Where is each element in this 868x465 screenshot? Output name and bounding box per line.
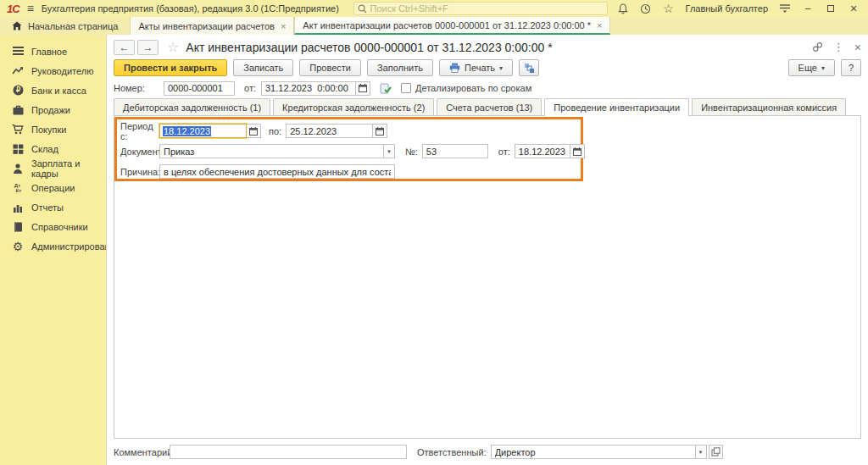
global-search[interactable] [353, 2, 608, 15]
sidebar-item-operations[interactable]: Дт Кт Операции [0, 178, 106, 197]
home-icon [12, 21, 22, 30]
restore-button[interactable] [823, 3, 838, 14]
person-icon [11, 162, 25, 174]
tab-inventory-commission[interactable]: Инвентаризационная комиссия [692, 98, 846, 115]
tab-payables[interactable]: Кредиторская задолженность (2) [273, 98, 434, 115]
sidebar-item-bank-cash[interactable]: ₽ Банк и касса [0, 80, 106, 100]
sidebar-item-purchases[interactable]: Покупки [0, 119, 106, 139]
date-label: от: [244, 83, 256, 93]
tab-inventory-execution[interactable]: Проведение инвентаризации [544, 98, 689, 116]
notifications-bell-icon[interactable] [615, 2, 631, 15]
tab-receivables[interactable]: Дебиторская задолженность (1) [114, 98, 270, 115]
comment-input[interactable] [170, 445, 407, 459]
basis-document-input[interactable] [159, 144, 384, 158]
reason-input[interactable] [159, 164, 395, 179]
structure-links-button[interactable] [519, 59, 539, 76]
restore-icon [827, 5, 834, 12]
current-user-role[interactable]: Главный бухгалтер [686, 3, 768, 14]
sidebar-item-label: Справочники [31, 222, 88, 232]
tab-acts-list[interactable]: Акты инвентаризации расчетов × [130, 17, 294, 35]
related-documents-icon [524, 63, 535, 74]
help-button[interactable]: ? [841, 59, 861, 76]
get-link-icon[interactable] [812, 42, 823, 53]
responsible-input[interactable] [491, 445, 696, 459]
back-button[interactable]: ← [114, 40, 135, 55]
open-responsible-link-icon[interactable] [709, 445, 723, 459]
calendar-icon[interactable] [570, 144, 585, 158]
sidebar-item-warehouse[interactable]: Склад [0, 139, 106, 158]
close-form-icon[interactable]: × [854, 41, 861, 54]
sidebar-item-label: Склад [31, 144, 58, 154]
printer-icon [449, 63, 460, 73]
detail-by-terms-checkbox[interactable] [401, 83, 411, 93]
number-label: Номер: [114, 83, 164, 93]
close-window-button[interactable]: × [846, 2, 861, 15]
minimize-button[interactable]: – [800, 3, 815, 14]
document-date-input[interactable] [261, 81, 356, 96]
sidebar-item-reports[interactable]: Отчеты [0, 197, 106, 217]
basis-document-label: Документ: [120, 147, 159, 157]
chevron-down-icon[interactable]: ▾ [696, 445, 707, 459]
basis-date-label: от: [498, 147, 510, 157]
sidebar-item-manager[interactable]: Руководителю [0, 61, 106, 80]
service-menu-icon[interactable] [777, 2, 793, 15]
print-button-label: Печать [465, 63, 495, 73]
sidebar-item-directories[interactable]: Справочники [0, 217, 106, 236]
post-and-close-button[interactable]: Провести и закрыть [114, 59, 227, 76]
history-icon[interactable] [638, 2, 654, 15]
calendar-icon[interactable] [373, 124, 387, 138]
favorites-star-icon[interactable]: ☆ [661, 2, 676, 15]
chevron-down-icon[interactable]: ▾ [384, 144, 395, 158]
comment-label: Комментарий: [114, 447, 170, 457]
save-button[interactable]: Записать [233, 59, 293, 76]
period-to-label: по: [269, 126, 281, 136]
inventory-tab-panel: Период с: 18.12.2023 по: [114, 115, 861, 439]
period-from-input[interactable]: 18.12.2023 [159, 124, 247, 138]
forward-button[interactable]: → [137, 40, 159, 55]
briefcase-icon [11, 103, 25, 116]
command-toolbar: Провести и закрыть Записать Провести Зап… [107, 57, 868, 79]
book-icon [11, 220, 25, 233]
period-from-value: 18.12.2023 [163, 126, 211, 136]
home-page-tab[interactable]: Начальная страница [0, 17, 130, 35]
sidebar-item-salary-hr[interactable]: Зарплата и кадры [0, 158, 106, 178]
period-to-input[interactable] [286, 124, 373, 138]
sidebar-item-label: Банк и касса [31, 86, 86, 96]
app-title: Бухгалтерия предприятия (базовая), редак… [42, 3, 339, 14]
calendar-icon[interactable] [247, 124, 261, 138]
post-button[interactable]: Провести [299, 59, 361, 76]
list-icon [11, 45, 25, 58]
close-tab-icon[interactable]: × [597, 20, 602, 30]
chevron-down-icon: ▾ [821, 64, 825, 72]
search-input[interactable] [370, 3, 604, 14]
more-actions-button[interactable]: Еще ▾ [788, 59, 835, 76]
sidebar-item-main[interactable]: Главное [0, 42, 106, 61]
sidebar-item-sales[interactable]: Продажи [0, 100, 106, 119]
more-actions-label: Еще [798, 63, 817, 73]
document-number-input[interactable] [164, 81, 235, 96]
add-to-favorites-star-icon[interactable]: ☆ [167, 39, 179, 55]
reason-row: Причина: [120, 163, 581, 180]
posted-status-icon[interactable] [380, 83, 392, 94]
main-menu-icon[interactable]: ≡ [27, 3, 34, 14]
1c-logo-icon: 1С [7, 3, 19, 15]
fill-button[interactable]: Заполнить [367, 59, 433, 76]
sidebar-item-administration[interactable]: ⚙ Администрирование [0, 236, 106, 256]
document-form: ← → ☆ Акт инвентаризации расчетов 0000-0… [106, 35, 868, 465]
basis-date-input[interactable] [515, 144, 570, 158]
close-tab-icon[interactable]: × [281, 21, 286, 31]
tab-act-document[interactable]: Акт инвентаризации расчетов 0000-000001 … [294, 17, 610, 35]
tab-acts-list-label: Акты инвентаризации расчетов [138, 21, 274, 31]
more-menu-dots-icon[interactable]: ⋮ [833, 41, 844, 53]
print-button[interactable]: Печать ▾ [439, 59, 513, 76]
sidebar-item-label: Операции [31, 183, 75, 193]
basis-number-label: №: [405, 147, 418, 157]
document-footer-row: Комментарий: Ответственный: ▾ [107, 439, 868, 465]
calendar-icon[interactable] [356, 81, 370, 96]
basis-number-input[interactable] [422, 144, 488, 158]
sidebar-item-label: Продажи [31, 105, 70, 115]
reason-label: Причина: [120, 167, 159, 177]
bar-chart-icon [11, 201, 25, 213]
period-from-label: Период с: [120, 121, 159, 141]
tab-accounts[interactable]: Счета расчетов (13) [437, 98, 542, 115]
